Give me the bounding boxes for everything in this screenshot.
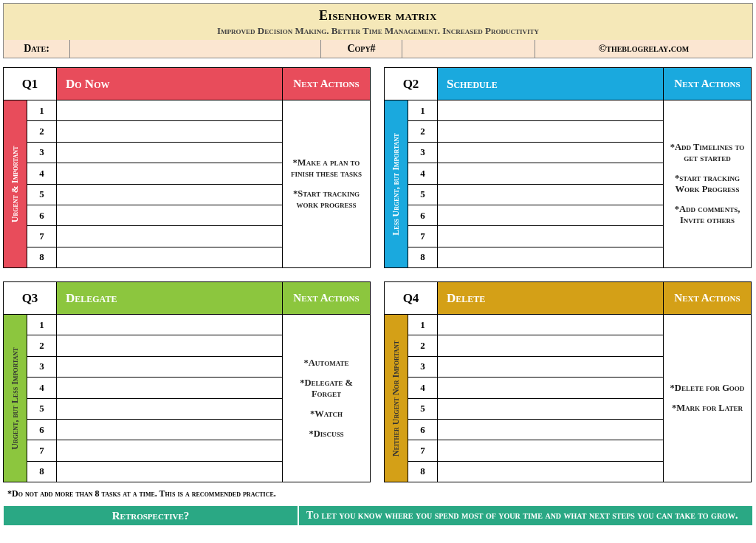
row-number: 6: [27, 420, 57, 440]
task-column: [57, 100, 283, 267]
task-cell[interactable]: [57, 205, 283, 226]
row-number: 6: [408, 420, 438, 440]
task-cell[interactable]: [438, 163, 664, 184]
row-number: 4: [408, 163, 438, 184]
row-number: 4: [408, 378, 438, 398]
quadrant-q2: Q2ScheduleNext ActionsLess Urgent, but I…: [384, 67, 752, 268]
row-number: 2: [27, 335, 57, 356]
quadrant-grid: Q1Do NowNext ActionsUrgent & Important12…: [3, 67, 753, 482]
task-cell[interactable]: [57, 247, 283, 267]
row-number: 3: [408, 143, 438, 163]
quad-code: Q3: [4, 282, 57, 315]
retro-label: Retrospective?: [4, 506, 299, 525]
task-cell[interactable]: [438, 205, 664, 226]
quad-code: Q2: [385, 68, 438, 100]
quadrant-q3: Q3DelegateNext ActionsUrgent, but Less I…: [3, 281, 371, 482]
footnote: *Do not add more than 8 tasks at a time.…: [7, 488, 753, 499]
row-number: 6: [27, 205, 57, 226]
quad-code: Q4: [385, 282, 438, 315]
task-cell[interactable]: [438, 247, 664, 267]
row-number: 4: [27, 163, 57, 184]
task-cell[interactable]: [438, 143, 664, 163]
credit: ©theblogrelay.com: [535, 40, 752, 58]
row-number: 8: [27, 247, 57, 267]
task-cell[interactable]: [57, 226, 283, 247]
side-label: Less Urgent, but Important: [385, 100, 408, 267]
action-item: *Delegate & Forget: [287, 378, 365, 400]
task-cell[interactable]: [438, 420, 664, 440]
task-cell[interactable]: [438, 440, 664, 461]
quad-title: Delete: [438, 282, 664, 315]
action-item: *Watch: [287, 409, 365, 420]
actions-column: *Make a plan to finish these tasks*Start…: [283, 100, 370, 267]
action-item: *Add comments, Invite others: [668, 204, 746, 226]
task-cell[interactable]: [438, 185, 664, 205]
task-cell[interactable]: [57, 378, 283, 398]
date-label: Date:: [4, 40, 70, 58]
row-number: 3: [27, 357, 57, 378]
task-cell[interactable]: [438, 100, 664, 121]
task-cell[interactable]: [438, 335, 664, 356]
task-column: [438, 315, 664, 482]
task-column: [57, 315, 283, 482]
task-cell[interactable]: [57, 399, 283, 420]
action-item: *Discuss: [287, 428, 365, 440]
quadrant-q1: Q1Do NowNext ActionsUrgent & Important12…: [3, 67, 371, 268]
row-number: 8: [27, 462, 57, 482]
task-cell[interactable]: [57, 185, 283, 205]
row-number: 7: [27, 226, 57, 247]
row-number: 6: [408, 205, 438, 226]
row-number: 7: [27, 440, 57, 461]
quad-title: Schedule: [438, 68, 664, 100]
task-cell[interactable]: [57, 163, 283, 184]
actions-column: *Delete for Good*Mark for Later: [664, 315, 751, 482]
task-cell[interactable]: [57, 335, 283, 356]
actions-column: *Automate*Delegate & Forget*Watch*Discus…: [283, 315, 370, 482]
task-cell[interactable]: [57, 143, 283, 163]
task-cell[interactable]: [57, 420, 283, 440]
actions-column: *Add Timelines to get started*start trac…: [664, 100, 751, 267]
task-cell[interactable]: [57, 440, 283, 461]
side-label: Urgent & Important: [4, 100, 27, 267]
task-cell[interactable]: [57, 315, 283, 335]
task-cell[interactable]: [438, 121, 664, 142]
copy-label: Copy#: [321, 40, 402, 58]
retro-text: To let you know where you spend most of …: [299, 506, 752, 525]
quad-title: Do Now: [57, 68, 283, 100]
side-label: Neither Urgent Nor Important: [385, 315, 408, 482]
row-number: 1: [27, 100, 57, 121]
task-cell[interactable]: [57, 357, 283, 378]
row-number: 7: [408, 440, 438, 461]
row-number: 5: [408, 185, 438, 205]
row-number: 5: [27, 185, 57, 205]
action-item: *Start tracking work progress: [287, 188, 365, 211]
row-number: 3: [408, 357, 438, 378]
task-cell[interactable]: [57, 121, 283, 142]
action-item: *Add Timelines to get started: [668, 142, 746, 164]
task-cell[interactable]: [438, 399, 664, 420]
title-row: Eisenhower matrix Improved Decision Maki…: [4, 4, 752, 40]
row-number: 5: [27, 399, 57, 420]
task-cell[interactable]: [438, 315, 664, 335]
side-label: Urgent, but Less Important: [4, 315, 27, 482]
copy-value[interactable]: [402, 40, 535, 58]
row-numbers: 12345678: [27, 100, 57, 267]
next-actions-header: Next Actions: [283, 282, 370, 315]
row-numbers: 12345678: [408, 100, 438, 267]
task-cell[interactable]: [438, 462, 664, 482]
task-cell[interactable]: [438, 378, 664, 398]
main-title: Eisenhower matrix: [4, 8, 752, 24]
row-number: 7: [408, 226, 438, 247]
task-cell[interactable]: [438, 226, 664, 247]
row-numbers: 12345678: [408, 315, 438, 482]
task-cell[interactable]: [57, 462, 283, 482]
task-cell[interactable]: [438, 357, 664, 378]
row-number: 8: [408, 462, 438, 482]
subtitle: Improved Decision Making. Better Time Ma…: [4, 25, 752, 37]
date-value[interactable]: [70, 40, 321, 58]
task-cell[interactable]: [57, 100, 283, 121]
row-number: 4: [27, 378, 57, 398]
header: Eisenhower matrix Improved Decision Maki…: [3, 3, 753, 58]
next-actions-header: Next Actions: [664, 68, 751, 100]
action-item: *Automate: [287, 358, 365, 369]
